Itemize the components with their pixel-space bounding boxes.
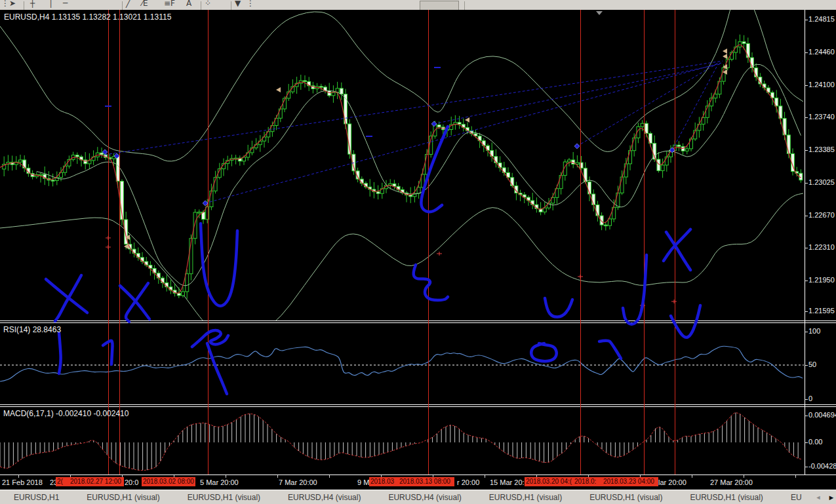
macd-axis-label: 0.004694 bbox=[808, 411, 836, 419]
price-axis-label: 1.23385 bbox=[808, 145, 835, 153]
chart-tab[interactable]: EURUSD,H1 (visual) bbox=[576, 493, 676, 502]
pane-separator bbox=[0, 404, 836, 405]
time-axis-tick bbox=[18, 475, 19, 478]
tab-scroll-right-icon[interactable]: ► bbox=[827, 494, 835, 501]
time-axis-label: lar 20:00 bbox=[658, 478, 687, 486]
time-axis-label: 27 Mar 20:00 bbox=[710, 478, 753, 486]
pane-separator bbox=[0, 320, 836, 321]
chart-tab[interactable]: EURUSD,H1 (visual) bbox=[475, 493, 576, 502]
time-axis-tick bbox=[744, 475, 744, 478]
chart-tab-bar: EURUSD,H1EURUSD,H1 (visual)EURUSD,H1 (vi… bbox=[0, 490, 836, 504]
tab-scroll-arrows: ◄► bbox=[816, 494, 836, 501]
time-axis-label: 7 Mar 20:00 bbox=[279, 478, 317, 486]
time-axis-tick bbox=[226, 475, 226, 478]
price-axis-label: 1.24100 bbox=[808, 81, 835, 88]
vline-time-tag: 2018.0: bbox=[573, 477, 602, 486]
vertical-line-marker bbox=[428, 10, 429, 475]
vline-time-tag: 2018.02.27 12:00 bbox=[69, 477, 124, 486]
vline-time-tag: 2018.03 bbox=[369, 477, 398, 486]
chart-title: EURUSD,H4 1.13135 1.13282 1.13021 1.1311… bbox=[4, 12, 171, 22]
rsi-axis-label: 100 bbox=[808, 327, 820, 335]
macd-axis-label: -0.00428 bbox=[808, 462, 836, 470]
rsi-axis-label: 50 bbox=[808, 360, 816, 368]
macd-indicator-label: MACD(6,17,1) -0.002410 -0.002410 bbox=[3, 409, 129, 418]
time-axis-label: r 20:00 bbox=[457, 478, 479, 486]
rsi-indicator-label: RSI(14) 28.8463 bbox=[3, 325, 61, 334]
macd-axis-label: 0.00 bbox=[808, 438, 822, 446]
chart-tab[interactable]: EURUSD,H1 (visual) bbox=[174, 493, 274, 502]
rsi-axis-label: 0 bbox=[808, 395, 812, 402]
vertical-line-marker bbox=[108, 10, 109, 475]
price-axis-label: 1.22670 bbox=[808, 211, 835, 219]
time-axis-label: 21 Feb 2018 bbox=[2, 478, 43, 486]
time-axis-label: 9 M bbox=[357, 478, 369, 486]
pane-separator bbox=[0, 406, 836, 407]
vertical-line-marker bbox=[580, 10, 581, 475]
price-axis-label: 1.21595 bbox=[808, 307, 835, 315]
time-axis-label: 20:0 bbox=[125, 478, 138, 486]
chart-tab[interactable]: EU bbox=[777, 493, 816, 502]
mt4-chart-window: ⋮➤┼│─╱⁄E≡FA⁘▼⋮ EURUSD,H4 1.13135 1.13282… bbox=[0, 0, 836, 504]
time-axis-tick bbox=[277, 475, 278, 478]
price-axis-label: 1.24815 bbox=[808, 15, 835, 23]
time-axis-tick bbox=[485, 475, 485, 478]
time-axis-tick bbox=[795, 475, 796, 478]
time-axis: 21 Feb 20182320:05 Mar 20:007 Mar 20:009… bbox=[0, 475, 836, 490]
chart-tab[interactable]: EURUSD,H4 (visual) bbox=[274, 493, 374, 502]
price-axis-label: 1.21950 bbox=[808, 276, 835, 284]
time-axis-label: 5 Mar 20:00 bbox=[200, 478, 239, 486]
axis-border bbox=[805, 10, 805, 475]
price-axis-label: 1.23740 bbox=[808, 113, 835, 121]
price-axis-label: 1.23025 bbox=[808, 178, 835, 186]
vertical-line-marker bbox=[675, 10, 675, 475]
vline-time-tag: 2018.03.20 04:( bbox=[525, 477, 573, 486]
tab-scroll-left-icon[interactable]: ◄ bbox=[816, 494, 822, 501]
time-axis-tick bbox=[692, 475, 692, 478]
time-axis-label: 15 Mar 20: bbox=[490, 478, 525, 486]
vertical-line-marker bbox=[208, 10, 209, 475]
chart-tab[interactable]: EURUSD,H1 bbox=[0, 493, 73, 502]
vline-time-tag: 2( bbox=[56, 477, 69, 486]
hand-drawn-annotation bbox=[59, 333, 61, 374]
vline-time-tag: 2018.03.23 04:00 bbox=[602, 477, 658, 486]
pane-separator bbox=[0, 322, 836, 323]
price-axis-label: 1.24460 bbox=[808, 48, 835, 56]
vertical-line-marker bbox=[119, 10, 120, 475]
chart-tab[interactable]: EURUSD,H1 (visual) bbox=[677, 493, 777, 502]
chart-tab[interactable]: EURUSD,H1 (visual) bbox=[73, 493, 173, 502]
vertical-line-marker bbox=[644, 10, 645, 475]
vline-time-tag: 2018.03.13 08:00 bbox=[398, 477, 454, 486]
vline-time-tag: 2018.03.02 08:00 bbox=[142, 477, 195, 486]
chart-tab[interactable]: EURUSD,H4 (visual) bbox=[374, 493, 475, 502]
price-axis-label: 1.22310 bbox=[808, 243, 835, 251]
time-axis-tick bbox=[329, 475, 330, 478]
